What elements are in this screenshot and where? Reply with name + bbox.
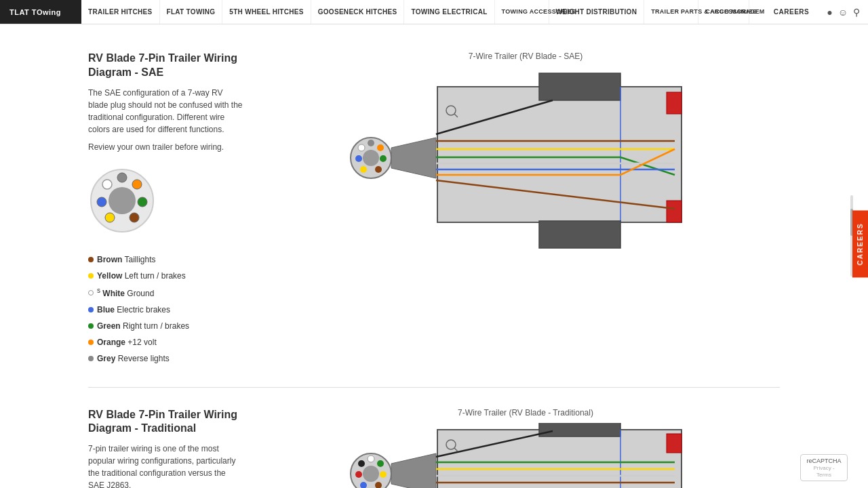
legend-brown: Brown Taillights bbox=[88, 251, 244, 268]
sae-wiring-diagram bbox=[336, 66, 715, 256]
svg-point-19 bbox=[380, 155, 387, 162]
brand-logo[interactable]: TLAT TOwing bbox=[0, 0, 81, 24]
svg-rect-10 bbox=[539, 73, 620, 100]
legend-dot-brown bbox=[88, 257, 94, 262]
legend-dot-blue bbox=[88, 307, 94, 312]
sae-desc2: Review your own trailer before wiring. bbox=[88, 141, 244, 153]
svg-point-1 bbox=[108, 187, 136, 214]
traditional-wiring-diagram bbox=[336, 423, 715, 488]
sae-text-col: RV Blade 7-Pin Trailer Wiring Diagram - … bbox=[88, 52, 244, 367]
svg-rect-47 bbox=[437, 430, 682, 488]
nav-item-trailer-hitches[interactable]: TRAILER HITCHES bbox=[81, 0, 160, 24]
svg-point-52 bbox=[363, 466, 379, 482]
sae-diagram-title: 7-Wire Trailer (RV Blade - SAE) bbox=[469, 52, 583, 61]
nav-item-5th-wheel[interactable]: 5TH WHEEL HITCHES bbox=[222, 0, 311, 24]
legend-dot-orange bbox=[88, 340, 94, 345]
svg-point-17 bbox=[368, 140, 374, 146]
sae-plug-diagram bbox=[88, 167, 156, 235]
svg-point-4 bbox=[138, 197, 147, 207]
traditional-desc1: 7-pin trailer wiring is one of the most … bbox=[88, 443, 244, 488]
search-icon[interactable]: ⚲ bbox=[853, 7, 860, 18]
svg-point-2 bbox=[117, 173, 127, 182]
traditional-section: RV Blade 7-Pin Trailer Wiring Diagram - … bbox=[88, 394, 780, 488]
svg-point-16 bbox=[363, 150, 379, 166]
sae-title: RV Blade 7-Pin Trailer Wiring Diagram - … bbox=[88, 52, 244, 80]
svg-point-21 bbox=[360, 166, 367, 173]
nav-item-trailer-parts[interactable]: TRAILER PARTS & ACCESSORIES bbox=[644, 0, 698, 24]
svg-point-20 bbox=[375, 166, 382, 173]
sae-diagram-col: 7-Wire Trailer (RV Blade - SAE) bbox=[271, 52, 780, 367]
svg-rect-48 bbox=[539, 423, 620, 436]
svg-rect-9 bbox=[437, 87, 682, 222]
nav-item-cargo-management[interactable]: CARGO MANAGEMENT bbox=[698, 0, 749, 24]
svg-rect-12 bbox=[667, 92, 682, 114]
nav-icons: ● ☺ ⚲ bbox=[818, 0, 868, 24]
svg-rect-50 bbox=[667, 434, 682, 453]
traditional-title: RV Blade 7-Pin Trailer Wiring Diagram - … bbox=[88, 408, 244, 436]
traditional-text-col: RV Blade 7-Pin Trailer Wiring Diagram - … bbox=[88, 408, 244, 488]
svg-point-54 bbox=[377, 460, 384, 467]
legend-dot-grey bbox=[88, 356, 94, 361]
nav-item-gooseneck[interactable]: GOOSENECK HITCHES bbox=[311, 0, 405, 24]
main-content: RV Blade 7-Pin Trailer Wiring Diagram - … bbox=[75, 24, 793, 488]
legend-orange: Orange +12 volt bbox=[88, 334, 244, 350]
nav-item-weight-distribution[interactable]: WEIGHT DISTRIBUTION bbox=[549, 0, 645, 24]
svg-point-8 bbox=[102, 180, 112, 189]
legend-yellow: Yellow Left turn / brakes bbox=[88, 268, 244, 284]
legend-green: Green Right turn / brakes bbox=[88, 318, 244, 334]
logo-text1: TLAT bbox=[9, 8, 29, 16]
svg-point-55 bbox=[380, 471, 387, 478]
svg-marker-24 bbox=[391, 138, 436, 178]
svg-point-5 bbox=[130, 213, 139, 222]
svg-point-18 bbox=[377, 144, 384, 151]
legend-blue: Blue Electric brakes bbox=[88, 302, 244, 318]
legend-white: s White Ground bbox=[88, 284, 244, 302]
recaptcha-badge: reCAPTCHA Privacy - Terms bbox=[800, 454, 848, 481]
svg-point-3 bbox=[132, 180, 142, 189]
legend-dot-white bbox=[88, 290, 94, 296]
location-icon[interactable]: ● bbox=[827, 7, 832, 18]
sae-section: RV Blade 7-Pin Trailer Wiring Diagram - … bbox=[88, 38, 780, 388]
svg-point-59 bbox=[358, 460, 365, 467]
svg-point-53 bbox=[368, 455, 374, 462]
nav-items-container: TRAILER HITCHES FLAT TOWING 5TH WHEEL HI… bbox=[81, 0, 868, 24]
nav-careers[interactable]: CAREERS bbox=[764, 0, 818, 24]
svg-rect-14 bbox=[539, 221, 620, 248]
sae-legend: Brown Taillights Yellow Left turn / brak… bbox=[88, 251, 244, 367]
legend-grey: Grey Reverse lights bbox=[88, 350, 244, 367]
svg-rect-13 bbox=[667, 201, 682, 222]
legend-dot-yellow bbox=[88, 273, 94, 279]
svg-point-6 bbox=[105, 213, 115, 222]
main-nav: TLAT TOwing TRAILER HITCHES FLAT TOWING … bbox=[0, 0, 868, 24]
nav-item-flat-towing[interactable]: FLAT TOWING bbox=[160, 0, 223, 24]
svg-point-23 bbox=[358, 144, 365, 151]
legend-dot-green bbox=[88, 323, 94, 329]
sae-desc1: The SAE configuration of a 7-way RV blad… bbox=[88, 87, 244, 136]
traditional-diagram-title: 7-Wire Trailer (RV Blade - Traditional) bbox=[458, 408, 593, 418]
user-icon[interactable]: ☺ bbox=[838, 7, 848, 18]
svg-point-7 bbox=[97, 197, 106, 207]
svg-point-22 bbox=[355, 155, 362, 162]
traditional-diagram-col: 7-Wire Trailer (RV Blade - Traditional) bbox=[271, 408, 780, 488]
logo-text2: TOwing bbox=[32, 8, 61, 16]
svg-point-58 bbox=[355, 471, 362, 478]
careers-side-tab[interactable]: CAREERS bbox=[852, 211, 868, 278]
nav-item-towing-accessories[interactable]: TOWING ACCESSORIES bbox=[495, 0, 549, 24]
svg-marker-60 bbox=[391, 453, 436, 488]
nav-item-towing-electrical[interactable]: TOWING ELECTRICAL bbox=[404, 0, 494, 24]
